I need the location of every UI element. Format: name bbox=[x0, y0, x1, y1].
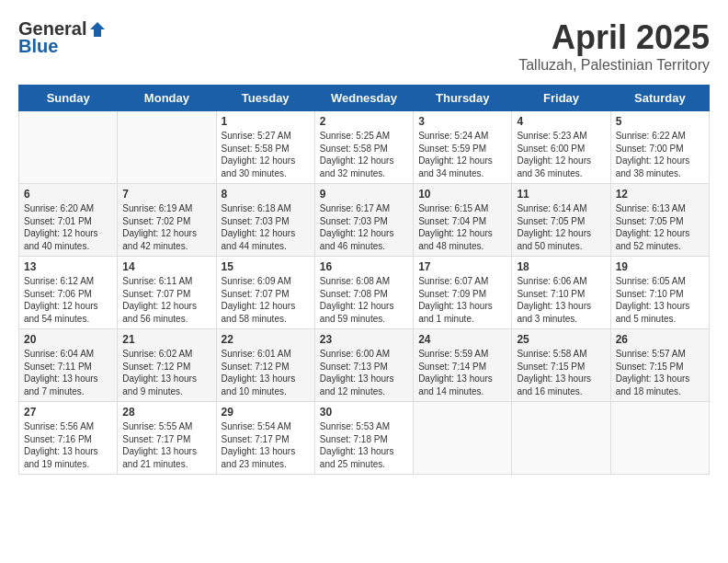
calendar-day-cell: 17Sunrise: 6:07 AM Sunset: 7:09 PM Dayli… bbox=[414, 257, 512, 329]
day-info: Sunrise: 6:07 AM Sunset: 7:09 PM Dayligh… bbox=[418, 275, 506, 325]
calendar-day-cell: 24Sunrise: 5:59 AM Sunset: 7:14 PM Dayli… bbox=[414, 329, 512, 402]
day-info: Sunrise: 6:11 AM Sunset: 7:07 PM Dayligh… bbox=[122, 275, 210, 325]
day-number: 9 bbox=[320, 188, 408, 201]
day-info: Sunrise: 5:58 AM Sunset: 7:15 PM Dayligh… bbox=[517, 348, 605, 397]
day-info: Sunrise: 5:55 AM Sunset: 7:17 PM Dayligh… bbox=[122, 420, 210, 470]
svg-marker-0 bbox=[90, 22, 105, 37]
calendar-day-cell: 19Sunrise: 6:05 AM Sunset: 7:10 PM Dayli… bbox=[610, 257, 709, 329]
weekday-header-row: SundayMondayTuesdayWednesdayThursdayFrid… bbox=[19, 86, 710, 111]
calendar-day-cell: 9Sunrise: 6:17 AM Sunset: 7:03 PM Daylig… bbox=[314, 184, 413, 257]
weekday-header-tuesday: Tuesday bbox=[216, 86, 314, 111]
calendar-day-cell: 28Sunrise: 5:55 AM Sunset: 7:17 PM Dayli… bbox=[118, 402, 216, 475]
day-info: Sunrise: 5:27 AM Sunset: 5:58 PM Dayligh… bbox=[222, 130, 310, 179]
weekday-header-friday: Friday bbox=[512, 86, 610, 111]
calendar-day-cell: 8Sunrise: 6:18 AM Sunset: 7:03 PM Daylig… bbox=[216, 184, 314, 257]
day-info: Sunrise: 6:14 AM Sunset: 7:05 PM Dayligh… bbox=[517, 202, 605, 252]
calendar-day-cell bbox=[19, 111, 118, 184]
title-area: April 2025 Talluzah, Palestinian Territo… bbox=[518, 18, 710, 74]
calendar-day-cell: 6Sunrise: 6:20 AM Sunset: 7:01 PM Daylig… bbox=[19, 184, 118, 257]
calendar-day-cell: 25Sunrise: 5:58 AM Sunset: 7:15 PM Dayli… bbox=[512, 329, 610, 402]
day-info: Sunrise: 5:23 AM Sunset: 6:00 PM Dayligh… bbox=[517, 130, 605, 179]
day-info: Sunrise: 5:53 AM Sunset: 7:18 PM Dayligh… bbox=[320, 420, 408, 470]
day-info: Sunrise: 6:08 AM Sunset: 7:08 PM Dayligh… bbox=[320, 275, 408, 325]
day-info: Sunrise: 6:18 AM Sunset: 7:03 PM Dayligh… bbox=[222, 202, 310, 252]
calendar-day-cell bbox=[414, 402, 512, 475]
day-info: Sunrise: 6:05 AM Sunset: 7:10 PM Dayligh… bbox=[616, 275, 704, 325]
calendar-day-cell: 4Sunrise: 5:23 AM Sunset: 6:00 PM Daylig… bbox=[512, 111, 610, 184]
day-number: 10 bbox=[418, 188, 506, 201]
day-info: Sunrise: 6:01 AM Sunset: 7:12 PM Dayligh… bbox=[222, 348, 310, 397]
day-number: 23 bbox=[320, 333, 408, 346]
calendar-week-row: 1Sunrise: 5:27 AM Sunset: 5:58 PM Daylig… bbox=[19, 111, 710, 184]
day-number: 14 bbox=[122, 260, 210, 273]
day-info: Sunrise: 5:25 AM Sunset: 5:58 PM Dayligh… bbox=[320, 130, 408, 179]
calendar-day-cell: 18Sunrise: 6:06 AM Sunset: 7:10 PM Dayli… bbox=[512, 257, 610, 329]
month-title: April 2025 bbox=[518, 18, 710, 57]
day-number: 19 bbox=[616, 260, 704, 273]
day-info: Sunrise: 5:56 AM Sunset: 7:16 PM Dayligh… bbox=[24, 420, 112, 470]
day-number: 16 bbox=[320, 260, 408, 273]
calendar-day-cell: 5Sunrise: 6:22 AM Sunset: 7:00 PM Daylig… bbox=[610, 111, 709, 184]
day-info: Sunrise: 6:17 AM Sunset: 7:03 PM Dayligh… bbox=[320, 202, 408, 252]
day-info: Sunrise: 6:15 AM Sunset: 7:04 PM Dayligh… bbox=[418, 202, 506, 252]
day-number: 2 bbox=[320, 115, 408, 128]
day-number: 30 bbox=[320, 406, 408, 419]
day-info: Sunrise: 5:57 AM Sunset: 7:15 PM Dayligh… bbox=[616, 348, 704, 397]
day-number: 5 bbox=[616, 115, 704, 128]
day-number: 13 bbox=[24, 260, 112, 273]
day-number: 28 bbox=[122, 406, 210, 419]
weekday-header-wednesday: Wednesday bbox=[314, 86, 413, 111]
calendar-day-cell: 12Sunrise: 6:13 AM Sunset: 7:05 PM Dayli… bbox=[610, 184, 709, 257]
day-info: Sunrise: 6:00 AM Sunset: 7:13 PM Dayligh… bbox=[320, 348, 408, 397]
day-number: 11 bbox=[517, 188, 605, 201]
calendar-day-cell: 2Sunrise: 5:25 AM Sunset: 5:58 PM Daylig… bbox=[314, 111, 413, 184]
day-info: Sunrise: 5:54 AM Sunset: 7:17 PM Dayligh… bbox=[222, 420, 310, 470]
calendar-week-row: 27Sunrise: 5:56 AM Sunset: 7:16 PM Dayli… bbox=[19, 402, 710, 475]
calendar-day-cell: 10Sunrise: 6:15 AM Sunset: 7:04 PM Dayli… bbox=[414, 184, 512, 257]
day-number: 15 bbox=[222, 260, 310, 273]
day-info: Sunrise: 6:20 AM Sunset: 7:01 PM Dayligh… bbox=[24, 202, 112, 252]
calendar-day-cell: 21Sunrise: 6:02 AM Sunset: 7:12 PM Dayli… bbox=[118, 329, 216, 402]
calendar-day-cell: 13Sunrise: 6:12 AM Sunset: 7:06 PM Dayli… bbox=[19, 257, 118, 329]
calendar-day-cell bbox=[610, 402, 709, 475]
day-info: Sunrise: 6:06 AM Sunset: 7:10 PM Dayligh… bbox=[517, 275, 605, 325]
weekday-header-monday: Monday bbox=[118, 86, 216, 111]
calendar-day-cell: 20Sunrise: 6:04 AM Sunset: 7:11 PM Dayli… bbox=[19, 329, 118, 402]
day-info: Sunrise: 6:12 AM Sunset: 7:06 PM Dayligh… bbox=[24, 275, 112, 325]
logo-blue-text: Blue bbox=[18, 36, 58, 57]
calendar-week-row: 6Sunrise: 6:20 AM Sunset: 7:01 PM Daylig… bbox=[19, 184, 710, 257]
calendar-day-cell bbox=[118, 111, 216, 184]
logo: General Blue bbox=[18, 18, 107, 57]
day-number: 12 bbox=[616, 188, 704, 201]
day-number: 3 bbox=[418, 115, 506, 128]
day-info: Sunrise: 6:02 AM Sunset: 7:12 PM Dayligh… bbox=[122, 348, 210, 397]
calendar-day-cell: 29Sunrise: 5:54 AM Sunset: 7:17 PM Dayli… bbox=[216, 402, 314, 475]
day-number: 29 bbox=[222, 406, 310, 419]
calendar-day-cell: 3Sunrise: 5:24 AM Sunset: 5:59 PM Daylig… bbox=[414, 111, 512, 184]
calendar-day-cell bbox=[512, 402, 610, 475]
calendar-day-cell: 22Sunrise: 6:01 AM Sunset: 7:12 PM Dayli… bbox=[216, 329, 314, 402]
day-info: Sunrise: 6:22 AM Sunset: 7:00 PM Dayligh… bbox=[616, 130, 704, 179]
calendar-day-cell: 1Sunrise: 5:27 AM Sunset: 5:58 PM Daylig… bbox=[216, 111, 314, 184]
day-info: Sunrise: 6:04 AM Sunset: 7:11 PM Dayligh… bbox=[24, 348, 112, 397]
calendar-week-row: 20Sunrise: 6:04 AM Sunset: 7:11 PM Dayli… bbox=[19, 329, 710, 402]
day-number: 27 bbox=[24, 406, 112, 419]
day-info: Sunrise: 6:19 AM Sunset: 7:02 PM Dayligh… bbox=[122, 202, 210, 252]
weekday-header-sunday: Sunday bbox=[19, 86, 118, 111]
day-number: 22 bbox=[222, 333, 310, 346]
calendar-day-cell: 30Sunrise: 5:53 AM Sunset: 7:18 PM Dayli… bbox=[314, 402, 413, 475]
day-number: 7 bbox=[122, 188, 210, 201]
calendar-table: SundayMondayTuesdayWednesdayThursdayFrid… bbox=[18, 85, 710, 475]
day-number: 21 bbox=[122, 333, 210, 346]
day-number: 6 bbox=[24, 188, 112, 201]
day-number: 25 bbox=[517, 333, 605, 346]
day-number: 26 bbox=[616, 333, 704, 346]
page-header: General Blue April 2025 Talluzah, Palest… bbox=[18, 18, 710, 74]
calendar-day-cell: 27Sunrise: 5:56 AM Sunset: 7:16 PM Dayli… bbox=[19, 402, 118, 475]
day-number: 17 bbox=[418, 260, 506, 273]
calendar-week-row: 13Sunrise: 6:12 AM Sunset: 7:06 PM Dayli… bbox=[19, 257, 710, 329]
day-number: 18 bbox=[517, 260, 605, 273]
calendar-day-cell: 11Sunrise: 6:14 AM Sunset: 7:05 PM Dayli… bbox=[512, 184, 610, 257]
day-info: Sunrise: 6:13 AM Sunset: 7:05 PM Dayligh… bbox=[616, 202, 704, 252]
location-subtitle: Talluzah, Palestinian Territory bbox=[518, 57, 710, 74]
